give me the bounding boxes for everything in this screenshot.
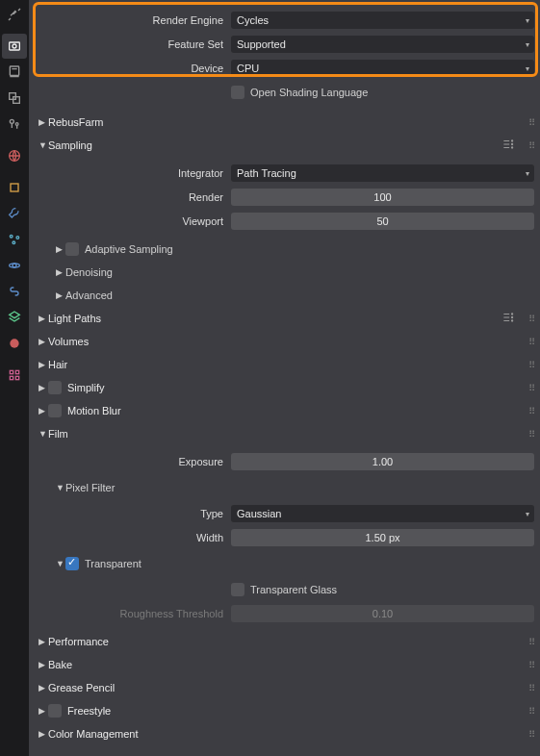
tab-texture[interactable] [2,363,27,388]
section-motion-blur[interactable]: ▶ Motion Blur ⠿ [29,399,540,422]
checkbox-simplify[interactable] [48,381,62,394]
drag-icon[interactable]: ⠿ [528,140,534,151]
tab-world[interactable] [2,143,27,168]
section-light-paths[interactable]: ▶ Light Paths ⠿ [29,307,540,330]
checkbox-transparent-glass[interactable] [231,583,244,596]
tab-viewlayer[interactable] [2,86,27,111]
caret-icon: ▶ [39,117,48,127]
svg-point-9 [10,235,13,238]
drag-icon[interactable]: ⠿ [528,314,534,324]
subsection-title: Pixel Filter [65,482,115,493]
checkbox-adaptive-sampling[interactable] [65,242,79,256]
drag-icon[interactable]: ⠿ [528,360,534,370]
checkbox-transparent[interactable] [65,557,79,570]
checkbox-motion-blur[interactable] [48,404,62,417]
drag-icon[interactable]: ⠿ [528,683,534,693]
subsection-denoising[interactable]: ▶ Denoising [29,261,540,284]
svg-rect-2 [10,66,18,75]
svg-point-1 [13,44,16,48]
subsection-adaptive-sampling[interactable]: ▶ Adaptive Sampling [29,238,540,261]
subsection-advanced[interactable]: ▶ Advanced [29,284,540,307]
svg-point-10 [16,237,19,239]
input-filter-width[interactable]: 1.50 px [231,529,534,546]
tab-output[interactable] [2,60,27,85]
drag-icon[interactable]: ⠿ [528,729,534,740]
dropdown-device[interactable]: CPU [231,60,534,77]
subsection-title: Denoising [65,266,113,278]
label-filter-type: Type [29,508,231,519]
tab-particles[interactable] [2,227,27,252]
tab-render[interactable] [2,34,27,59]
label-transparent-glass: Transparent Glass [250,584,337,595]
caret-icon: ▶ [39,406,48,416]
subsection-transparent[interactable]: ▼ Transparent [29,552,540,575]
svg-rect-0 [10,42,20,50]
section-hair[interactable]: ▶ Hair ⠿ [29,353,540,376]
section-volumes[interactable]: ▶ Volumes ⠿ [29,330,540,353]
input-exposure[interactable]: 1.00 [231,453,534,470]
input-render-samples[interactable]: 100 [231,189,534,206]
section-title: Film [48,428,540,440]
drag-icon[interactable]: ⠿ [528,383,534,393]
dropdown-integrator[interactable]: Path Tracing [231,164,534,182]
dropdown-filter-type[interactable]: Gaussian [231,505,534,522]
drag-icon[interactable]: ⠿ [528,117,534,128]
subsection-title: Advanced [65,290,113,301]
svg-rect-17 [10,376,13,379]
tab-tool[interactable] [2,2,27,27]
feature-set-value: Supported [237,38,286,50]
device-value: CPU [237,63,259,74]
section-title: Freestyle [67,705,111,717]
dropdown-render-engine[interactable]: Cycles [231,12,534,29]
tab-modifier[interactable] [2,201,27,226]
label-device: Device [29,63,231,74]
svg-point-22 [512,314,513,315]
caret-icon: ▶ [39,637,48,646]
tab-material[interactable] [2,331,27,356]
roughness-value: 0.10 [373,608,393,619]
checkbox-freestyle[interactable] [48,704,62,718]
drag-icon[interactable]: ⠿ [528,429,534,440]
caret-icon: ▶ [56,244,65,254]
caret-icon: ▶ [39,729,48,739]
section-title: Sampling [48,139,540,151]
caret-icon: ▶ [39,683,48,693]
section-color-management[interactable]: ▶ Color Management ⠿ [29,722,540,745]
drag-icon[interactable]: ⠿ [528,706,534,717]
drag-icon[interactable]: ⠿ [528,406,534,416]
caret-icon: ▶ [39,383,48,392]
svg-point-5 [10,119,13,123]
section-simplify[interactable]: ▶ Simplify ⠿ [29,376,540,399]
section-title: Hair [48,359,540,370]
dropdown-feature-set[interactable]: Supported [231,36,534,53]
tab-object[interactable] [2,175,27,200]
section-title: Motion Blur [67,405,121,416]
section-rebusfarm[interactable]: ▶ RebusFarm ⠿ [29,111,540,134]
section-sampling[interactable]: ▼ Sampling ⠿ [29,134,540,157]
input-viewport-samples[interactable]: 50 [231,213,534,230]
label-roughness-threshold: Roughness Threshold [29,608,231,619]
svg-point-20 [512,143,513,144]
input-roughness-threshold: 0.10 [231,605,534,622]
label-exposure: Exposure [29,456,231,467]
svg-point-13 [10,264,20,267]
tab-constraints[interactable] [2,279,27,304]
section-bake[interactable]: ▶ Bake ⠿ [29,653,540,676]
drag-icon[interactable]: ⠿ [528,637,534,647]
checkbox-osl[interactable] [231,86,244,99]
section-performance[interactable]: ▶ Performance ⠿ [29,630,540,653]
preset-menu-icon[interactable] [501,311,515,326]
section-film[interactable]: ▼ Film ⠿ [29,422,540,445]
subsection-pixel-filter[interactable]: ▼ Pixel Filter [29,476,540,499]
properties-editor: Render Engine Cycles Feature Set Support… [0,0,540,756]
section-freestyle[interactable]: ▶ Freestyle ⠿ [29,699,540,722]
drag-icon[interactable]: ⠿ [528,337,534,347]
tab-physics[interactable] [2,253,27,278]
section-grease-pencil[interactable]: ▶ Grease Pencil ⠿ [29,676,540,699]
preset-menu-icon[interactable] [501,138,515,153]
tab-data[interactable] [2,305,27,330]
svg-point-24 [512,320,513,321]
caret-icon: ▶ [39,360,48,369]
drag-icon[interactable]: ⠿ [528,660,534,670]
tab-scene[interactable] [2,112,27,137]
